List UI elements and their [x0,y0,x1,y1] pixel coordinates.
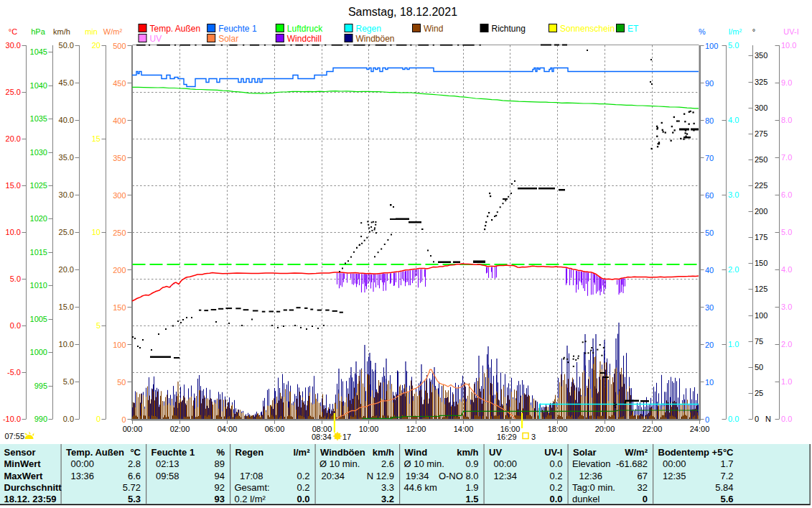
svg-text:1015: 1015 [30,248,47,257]
svg-text:300: 300 [755,103,767,112]
svg-text:18.12. 23:59: 18.12. 23:59 [4,494,57,504]
svg-text:02:00: 02:00 [170,425,190,433]
svg-text:00:00: 00:00 [494,458,518,469]
svg-text:1005: 1005 [30,315,47,323]
svg-text:1030: 1030 [30,148,47,157]
svg-text:1025: 1025 [30,181,47,190]
svg-text:100: 100 [113,341,126,349]
svg-text:Sensor: Sensor [4,447,36,458]
svg-text:0.2 l/m²: 0.2 l/m² [235,494,266,504]
svg-text:2.6: 2.6 [381,458,394,469]
svg-text:75: 75 [755,337,763,346]
svg-text:200: 200 [755,207,767,216]
svg-text:4.0: 4.0 [781,265,792,274]
svg-text:Windböen: Windböen [356,34,395,44]
svg-text:Sonnenschein: Sonnenschein [560,24,615,34]
svg-text:Richtung: Richtung [492,24,526,34]
svg-text:80: 80 [705,116,714,125]
svg-text:06:00: 06:00 [265,425,285,433]
svg-text:100: 100 [705,42,718,50]
svg-text:100: 100 [755,311,767,320]
svg-text:10: 10 [705,378,714,387]
svg-text:14:00: 14:00 [454,425,474,433]
svg-text:20.0: 20.0 [59,265,74,274]
svg-text:10.0: 10.0 [6,228,21,236]
svg-text:25: 25 [755,389,763,397]
svg-text:Feuchte 1: Feuchte 1 [218,24,257,34]
svg-text:UV-I: UV-I [544,447,562,458]
svg-text:20.0: 20.0 [6,134,21,143]
svg-text:Luftdruck: Luftdruck [287,24,323,34]
svg-text:22:00: 22:00 [643,425,663,433]
svg-text:3.2: 3.2 [381,494,394,504]
svg-text:O-NO 8.0: O-NO 8.0 [439,471,479,481]
svg-text:5.3: 5.3 [128,494,141,504]
svg-text:N: N [765,415,771,423]
svg-text:9.0: 9.0 [781,78,792,87]
svg-text:0.2: 0.2 [297,482,309,493]
svg-text:hPa: hPa [31,27,45,36]
svg-text:0.0: 0.0 [728,415,739,423]
svg-text:5.84: 5.84 [715,482,733,493]
svg-text:94: 94 [215,471,225,481]
svg-text:W/m²: W/m² [103,27,123,36]
svg-text:24:00: 24:00 [690,425,710,433]
svg-text:30.0: 30.0 [59,190,74,199]
svg-text:1035: 1035 [30,114,47,123]
svg-text:2.8: 2.8 [128,458,141,469]
svg-text:45.0: 45.0 [59,78,74,87]
svg-text:350: 350 [755,51,767,60]
svg-text:10:00: 10:00 [359,425,379,433]
svg-text:40: 40 [705,266,714,274]
svg-text:W/m²: W/m² [625,447,648,458]
svg-text:12:36: 12:36 [579,471,603,481]
svg-text:6.0: 6.0 [781,190,792,199]
svg-text:°C: °C [9,27,17,36]
svg-text:UV-I: UV-I [783,27,798,36]
svg-text:%: % [216,447,225,458]
svg-text:12:35: 12:35 [663,471,686,481]
svg-text:Regen: Regen [356,24,381,34]
svg-text:3.0: 3.0 [781,303,792,311]
svg-text:30.0: 30.0 [6,41,21,50]
svg-text:1045: 1045 [30,47,47,56]
svg-text:30: 30 [705,303,714,312]
svg-text:00:00: 00:00 [663,458,686,469]
svg-text:MinWert: MinWert [4,458,42,469]
svg-text:995: 995 [34,382,47,390]
svg-text:5.6: 5.6 [720,494,733,504]
svg-text:150: 150 [113,303,126,312]
svg-text:Wind: Wind [405,447,428,458]
svg-text:15: 15 [92,134,101,143]
svg-text:km/h: km/h [457,447,478,458]
svg-text:3.0: 3.0 [728,190,739,199]
svg-text:Solar: Solar [218,34,238,44]
svg-text:6.6: 6.6 [128,471,141,481]
svg-text:0.2: 0.2 [549,471,562,481]
svg-text:325: 325 [755,78,767,86]
svg-text:N 12.9: N 12.9 [367,471,394,481]
svg-text:18:00: 18:00 [548,425,568,433]
svg-text:50: 50 [117,378,126,387]
svg-text:Ø 10 min.: Ø 10 min. [404,458,444,469]
svg-text:7.2: 7.2 [720,471,733,481]
svg-text:16:29: 16:29 [497,433,517,441]
svg-text:0: 0 [643,494,648,504]
svg-text:13:36: 13:36 [71,471,95,481]
svg-text:20:00: 20:00 [595,425,615,433]
svg-text:2.0: 2.0 [728,265,739,274]
svg-text:50.0: 50.0 [59,41,74,50]
svg-text:°: ° [752,27,755,36]
svg-text:0.0: 0.0 [781,415,792,423]
svg-text:5: 5 [96,321,101,330]
svg-text:Gesamt:: Gesamt: [235,482,270,493]
svg-text:Wind: Wind [424,24,443,34]
svg-text:-61.682: -61.682 [616,458,648,469]
svg-text:10.0: 10.0 [59,340,74,348]
svg-text:70: 70 [705,154,714,162]
svg-text:1.5: 1.5 [465,494,478,504]
svg-text:12:34: 12:34 [494,471,518,481]
svg-text:km/h: km/h [373,447,394,458]
svg-text:Samstag, 18.12.2021: Samstag, 18.12.2021 [348,6,457,18]
svg-text:12:00: 12:00 [406,425,426,433]
